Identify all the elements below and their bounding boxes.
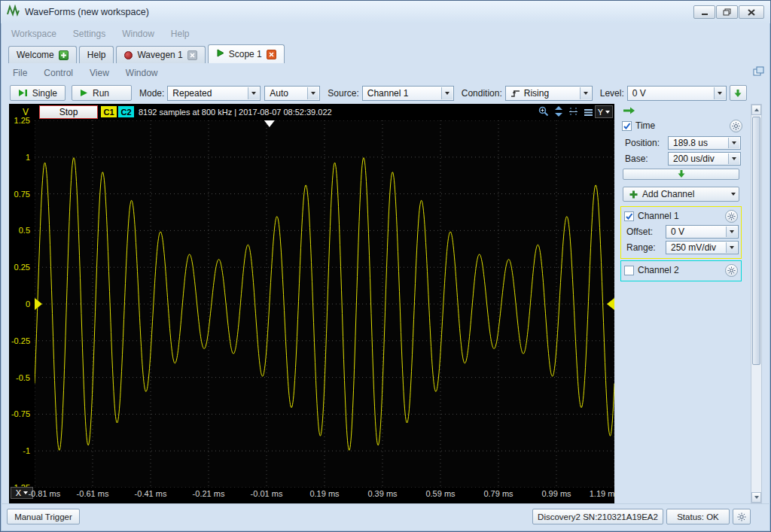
tab-welcome[interactable]: Welcome bbox=[8, 46, 77, 63]
channel2-checkbox[interactable] bbox=[624, 266, 634, 275]
y-tick-label: 0.25 bbox=[14, 263, 30, 272]
waveforms-logo-icon bbox=[7, 5, 20, 20]
add-instrument-icon bbox=[59, 50, 69, 60]
menu-file[interactable]: File bbox=[13, 68, 27, 78]
menu-control[interactable]: Control bbox=[44, 68, 73, 78]
chevron-down-icon bbox=[307, 87, 318, 99]
mode-label: Mode: bbox=[139, 88, 164, 99]
range-label: Range: bbox=[626, 242, 656, 253]
time-checkbox[interactable] bbox=[622, 121, 632, 131]
close-button[interactable] bbox=[739, 5, 764, 19]
cursors-icon[interactable] bbox=[568, 106, 578, 120]
menu-help[interactable]: Help bbox=[171, 29, 190, 39]
stop-button[interactable]: Stop bbox=[39, 105, 98, 119]
base-label: Base: bbox=[625, 154, 648, 164]
channel1-settings-button[interactable] bbox=[725, 210, 738, 223]
condition-label: Condition: bbox=[462, 88, 502, 99]
channel2-header: Channel 2 bbox=[624, 263, 738, 277]
y-tick-label: -1 bbox=[23, 446, 30, 455]
channel2-badge[interactable]: C2 bbox=[118, 106, 134, 117]
plot-area[interactable] bbox=[35, 120, 614, 488]
offset-select[interactable]: 0 V bbox=[666, 225, 739, 239]
window-title: WaveForms (new workspace) bbox=[25, 7, 149, 17]
tab-label: Wavegen 1 bbox=[137, 50, 182, 60]
trigger-mode-select[interactable]: Auto bbox=[264, 86, 320, 101]
tab-wavegen-1[interactable]: Wavegen 1 bbox=[116, 46, 205, 63]
channel2-settings-button[interactable] bbox=[725, 264, 738, 277]
channel1-checkbox[interactable] bbox=[624, 211, 634, 221]
device-info-button[interactable]: Discovery2 SN:210321A19EA2 bbox=[532, 509, 663, 524]
time-apply-button[interactable] bbox=[623, 169, 739, 180]
y-tick-label: 0 bbox=[26, 299, 30, 309]
tab-help[interactable]: Help bbox=[79, 46, 114, 63]
x-tick-label: 0.39 ms bbox=[367, 489, 397, 498]
status-indicator[interactable]: Status: OK bbox=[666, 509, 730, 524]
run-button[interactable]: Run bbox=[72, 85, 132, 101]
scope-display: V Stop C1 C2 8192 samples at 800 kHz | 2… bbox=[9, 104, 614, 503]
y-tick-label: 0.75 bbox=[14, 190, 30, 199]
minimize-button[interactable] bbox=[693, 5, 715, 19]
channel1-header: Channel 1 bbox=[624, 209, 738, 223]
position-label: Position: bbox=[625, 138, 660, 148]
panel-scrollbar[interactable] bbox=[751, 104, 762, 503]
scope-toolbar: Single Run Mode: Repeated Auto Source: C… bbox=[1, 82, 770, 104]
offset-label: Offset: bbox=[626, 226, 653, 237]
green-down-arrow-icon bbox=[677, 170, 686, 178]
menu-window[interactable]: Window bbox=[122, 29, 154, 39]
time-settings-button[interactable] bbox=[730, 120, 742, 132]
add-channel-button[interactable]: Add Channel bbox=[623, 187, 739, 202]
level-auto-button[interactable] bbox=[730, 85, 747, 101]
wavegen-icon bbox=[124, 51, 133, 59]
scope-icon bbox=[216, 49, 224, 59]
single-button[interactable]: Single bbox=[10, 85, 66, 101]
close-tab-icon[interactable] bbox=[187, 50, 197, 60]
collapse-panel-icon[interactable] bbox=[623, 106, 635, 117]
level-select[interactable]: 0 V bbox=[627, 86, 727, 101]
chevron-down-icon bbox=[580, 87, 591, 99]
autoscale-icon[interactable] bbox=[554, 106, 563, 120]
x-tick-label: 0.59 ms bbox=[425, 489, 455, 498]
range-select[interactable]: 250 mV/div bbox=[666, 241, 739, 254]
source-label: Source: bbox=[328, 88, 358, 99]
device-settings-button[interactable] bbox=[733, 509, 751, 524]
position-select[interactable]: 189.8 us bbox=[668, 136, 741, 150]
view-menu-icon[interactable] bbox=[584, 106, 593, 120]
close-tab-icon[interactable] bbox=[267, 50, 276, 59]
restore-button[interactable] bbox=[716, 5, 738, 19]
undock-icon[interactable] bbox=[753, 66, 764, 79]
run-icon bbox=[80, 89, 88, 97]
tab-scope-1[interactable]: Scope 1 bbox=[208, 44, 285, 63]
menu-window-2[interactable]: Window bbox=[126, 68, 158, 78]
menu-workspace[interactable]: Workspace bbox=[11, 29, 56, 39]
acquisition-info: 8192 samples at 800 kHz | 2017-08-07 08:… bbox=[139, 108, 332, 117]
scroll-up-icon[interactable] bbox=[751, 105, 761, 115]
gear-icon bbox=[732, 122, 740, 130]
channel1-label: Channel 1 bbox=[638, 211, 679, 221]
mode-select[interactable]: Repeated bbox=[167, 86, 261, 101]
y-tick-label: 1 bbox=[26, 153, 30, 162]
menu-view[interactable]: View bbox=[90, 68, 109, 78]
menu-settings[interactable]: Settings bbox=[73, 29, 105, 39]
source-select[interactable]: Channel 1 bbox=[362, 86, 454, 101]
condition-select[interactable]: Rising bbox=[505, 86, 593, 101]
y-tick-label: 0.5 bbox=[19, 226, 30, 235]
chevron-down-icon bbox=[726, 226, 737, 237]
x-tick-label: 0.99 ms bbox=[541, 489, 571, 498]
scroll-down-icon[interactable] bbox=[751, 492, 761, 503]
y-tick-label: -0.5 bbox=[16, 373, 30, 382]
x-tick-label: 0.19 ms bbox=[309, 489, 339, 498]
y-axis-button[interactable]: Y bbox=[595, 105, 613, 118]
base-select[interactable]: 200 us/div bbox=[668, 152, 741, 166]
control-panel: Time Position: 189.8 us Base: 200 us/div bbox=[618, 104, 746, 503]
channel1-badge[interactable]: C1 bbox=[101, 106, 117, 117]
scrollbar-thumb[interactable] bbox=[752, 117, 760, 365]
channel1-group: Channel 1 Offset: 0 V Range: 250 mV/div bbox=[620, 206, 742, 259]
chevron-down-icon bbox=[728, 154, 739, 164]
x-tick-label: -0.41 ms bbox=[135, 489, 167, 498]
gear-icon bbox=[727, 266, 736, 275]
manual-trigger-button[interactable]: Manual Trigger bbox=[7, 509, 80, 524]
close-icon bbox=[748, 9, 755, 16]
scope-workspace: V Stop C1 C2 8192 samples at 800 kHz | 2… bbox=[1, 104, 770, 503]
rising-edge-icon bbox=[510, 89, 520, 98]
zoom-icon[interactable] bbox=[538, 106, 549, 120]
